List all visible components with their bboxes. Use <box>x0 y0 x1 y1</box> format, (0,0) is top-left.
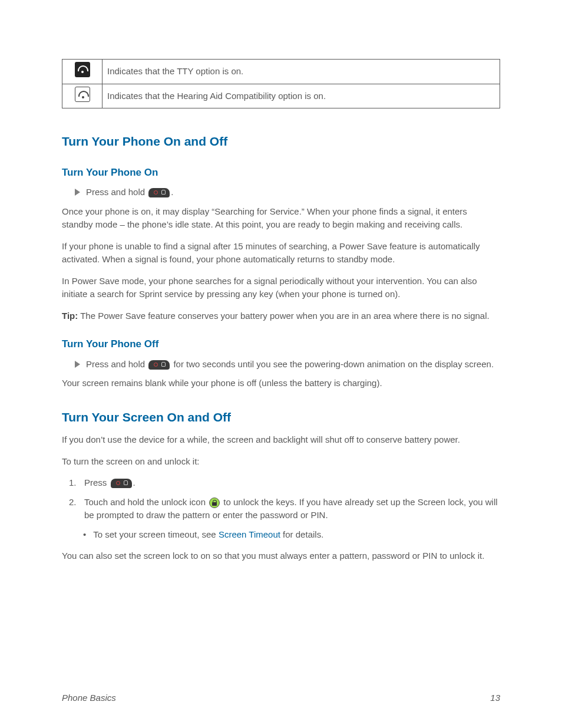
paragraph: In Power Save mode, your phone searches … <box>62 275 500 301</box>
link-screen-timeout[interactable]: Screen Timeout <box>219 529 280 539</box>
step-turn-on: Press and hold . <box>75 186 500 199</box>
table-row: Indicates that the TTY option is on. <box>62 60 500 84</box>
tty-icon <box>75 62 90 77</box>
tip-paragraph: Tip: The Power Save feature conserves yo… <box>62 309 500 323</box>
paragraph: Once your phone is on, it may display “S… <box>62 205 500 232</box>
step-text: Press . <box>84 476 135 490</box>
indicator-table: Indicates that the TTY option is on. Ind… <box>62 59 500 108</box>
step-text: Touch and hold the unlock icon to unlock… <box>84 496 500 522</box>
step-number: 1. <box>69 476 77 490</box>
hearing-aid-icon <box>75 87 90 102</box>
heading-turn-phone-on: Turn Your Phone On <box>62 165 500 180</box>
heading-turn-phone-on-off: Turn Your Phone On and Off <box>62 132 500 151</box>
bullet-item: • To set your screen timeout, see Screen… <box>83 528 500 542</box>
step-before: Press and hold <box>86 359 147 369</box>
power-lock-key-icon <box>148 188 170 197</box>
tty-icon-cell <box>62 60 103 84</box>
unlock-icon <box>209 498 220 508</box>
tip-label: Tip: <box>62 311 78 321</box>
table-row: Indicates that the Hearing Aid Compatibi… <box>62 84 500 108</box>
bullet-icon: • <box>83 528 86 542</box>
step-number: 2. <box>69 496 77 509</box>
step-tail: . <box>171 187 173 197</box>
hac-description: Indicates that the Hearing Aid Compatibi… <box>103 84 500 108</box>
paragraph: To turn the screen on and unlock it: <box>62 455 500 469</box>
step-text: Press and hold . <box>86 186 173 199</box>
power-lock-key-icon <box>111 479 132 488</box>
paragraph: If you don’t use the device for a while,… <box>62 433 500 447</box>
heading-turn-phone-off: Turn Your Phone Off <box>62 337 500 352</box>
page-footer: Phone Basics 13 <box>62 691 500 705</box>
step-after: for two seconds until you see the poweri… <box>171 359 494 369</box>
power-lock-key-icon <box>148 360 170 370</box>
paragraph: You can also set the screen lock to on s… <box>62 549 500 563</box>
tip-text: The Power Save feature conserves your ba… <box>80 311 490 321</box>
step-2: 2. Touch and hold the unlock icon to unl… <box>69 496 500 522</box>
step-turn-off: Press and hold for two seconds until you… <box>75 358 500 371</box>
footer-page-number: 13 <box>490 691 500 705</box>
paragraph: Your screen remains blank while your pho… <box>62 377 500 390</box>
heading-turn-screen-on-off: Turn Your Screen On and Off <box>62 408 500 427</box>
triangle-bullet-icon <box>75 361 80 368</box>
step-label: Press and hold <box>86 187 145 197</box>
step-text: Press and hold for two seconds until you… <box>86 358 494 371</box>
bullet-text: To set your screen timeout, see Screen T… <box>93 528 323 542</box>
step-1: 1. Press . <box>69 476 500 490</box>
tty-description: Indicates that the TTY option is on. <box>103 60 500 84</box>
triangle-bullet-icon <box>75 189 80 196</box>
hac-icon-cell <box>62 84 103 108</box>
paragraph: If your phone is unable to find a signal… <box>62 240 500 266</box>
footer-section-title: Phone Basics <box>62 691 116 705</box>
